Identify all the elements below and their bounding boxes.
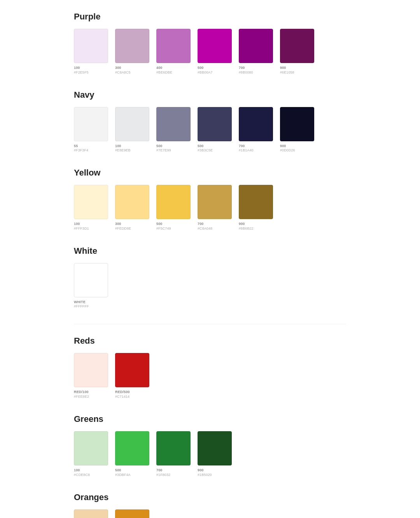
color-swatch xyxy=(239,185,273,219)
color-hex: #BB00A7 xyxy=(198,70,213,74)
color-item: 100#FFF3D1 xyxy=(74,185,108,230)
color-row-navy: 55#F3F3F4100#E8E9EB500#7E7E99500#3B3C5E7… xyxy=(74,107,346,153)
color-hex: #F5C749 xyxy=(156,227,171,230)
color-hex: #1F8032 xyxy=(156,473,170,477)
color-section-oranges: OrangesORANGE/100#F2D4A8ORANGE/500#D98E1… xyxy=(74,492,346,518)
color-swatch xyxy=(198,431,232,465)
color-item: 400#BE6DBE xyxy=(156,29,191,74)
color-swatch xyxy=(198,29,232,63)
color-label: 100 xyxy=(115,144,121,149)
color-swatch xyxy=(156,107,191,141)
color-item: 500#F5C749 xyxy=(156,185,191,230)
color-item: 900#0D0D26 xyxy=(280,107,314,153)
color-hex: #3B3C5E xyxy=(198,148,213,152)
section-title-reds: Reds xyxy=(74,336,346,346)
page-wrapper: Purple100#F2E5F5300#C8A8C5400#BE6DBE500#… xyxy=(74,12,346,518)
color-swatch xyxy=(156,185,191,219)
color-item: 500#3DBF4A xyxy=(115,431,149,477)
color-label: RED/100 xyxy=(74,390,89,395)
color-hex: #C8A8C5 xyxy=(115,70,131,74)
color-label: 300 xyxy=(115,65,121,70)
color-swatch xyxy=(74,107,108,141)
color-item: 700#1F8032 xyxy=(156,431,191,477)
section-title-oranges: Oranges xyxy=(74,492,346,502)
color-swatch xyxy=(74,353,108,387)
color-label: 700 xyxy=(198,221,204,227)
color-section-greens: Greens100#CDE8C8500#3DBF4A700#1F8032900#… xyxy=(74,414,346,477)
section-title-greens: Greens xyxy=(74,414,346,424)
color-swatch xyxy=(115,353,149,387)
color-label: 700 xyxy=(239,65,245,70)
color-hex: #FFF3D1 xyxy=(74,227,89,230)
color-item: 700#8B0080 xyxy=(239,29,273,74)
color-item: 900#6E1058 xyxy=(280,29,314,74)
color-swatch xyxy=(74,509,108,518)
color-swatch xyxy=(198,185,232,219)
color-swatch xyxy=(74,29,108,63)
color-item: 700#C8A048 xyxy=(198,185,232,230)
color-row-purple: 100#F2E5F5300#C8A8C5400#BE6DBE500#BB00A7… xyxy=(74,29,346,74)
color-label: 900 xyxy=(280,65,286,70)
color-hex: #C8A048 xyxy=(198,227,212,230)
section-title-navy: Navy xyxy=(74,90,346,100)
color-item: RED/500#C71414 xyxy=(115,353,149,399)
section-divider xyxy=(74,324,346,324)
color-item: 300#FEDD8E xyxy=(115,185,149,230)
color-swatch xyxy=(156,431,191,465)
color-hex: #FFFFFF xyxy=(74,304,89,308)
color-hex: #FEDD8E xyxy=(115,227,131,230)
color-hex: #CDE8C8 xyxy=(74,473,90,477)
color-swatch xyxy=(115,509,149,518)
color-swatch xyxy=(280,107,314,141)
color-row-reds: RED/100#FEE8E2RED/500#C71414 xyxy=(74,353,346,399)
color-label: 100 xyxy=(74,221,80,227)
color-row-yellow: 100#FFF3D1300#FEDD8E500#F5C749700#C8A048… xyxy=(74,185,346,230)
color-item: 500#BB00A7 xyxy=(198,29,232,74)
color-label: 900 xyxy=(280,144,286,149)
color-label: 300 xyxy=(115,221,121,227)
color-hex: #1B5020 xyxy=(198,473,212,477)
color-swatch xyxy=(239,29,273,63)
color-item: 500#3B3C5E xyxy=(198,107,232,153)
color-hex: #E8E9EB xyxy=(115,148,131,152)
color-hex: #7E7E99 xyxy=(156,148,171,152)
color-label: RED/500 xyxy=(115,390,130,395)
color-label: 500 xyxy=(115,468,121,473)
color-item: 700#1B1A40 xyxy=(239,107,273,153)
color-hex: #0D0D26 xyxy=(280,148,295,152)
color-item: 55#F3F3F4 xyxy=(74,107,108,153)
color-hex: #FEE8E2 xyxy=(74,395,89,399)
color-label: 700 xyxy=(239,144,245,149)
color-swatch xyxy=(239,107,273,141)
section-title-white: White xyxy=(74,246,346,256)
color-hex: #BE6DBE xyxy=(156,70,172,74)
color-swatch xyxy=(74,263,108,297)
color-item: 900#1B5020 xyxy=(198,431,232,477)
color-hex: #1B1A40 xyxy=(239,148,254,152)
color-label: 55 xyxy=(74,144,78,149)
color-label: 700 xyxy=(156,468,163,473)
color-label: 400 xyxy=(156,65,163,70)
color-section-reds: RedsRED/100#FEE8E2RED/500#C71414 xyxy=(74,336,346,399)
section-title-yellow: Yellow xyxy=(74,168,346,178)
color-swatch xyxy=(280,29,314,63)
color-row-oranges: ORANGE/100#F2D4A8ORANGE/500#D98E1A xyxy=(74,509,346,518)
color-hex: #8B6B22 xyxy=(239,227,254,230)
color-hex: #C71414 xyxy=(115,395,130,399)
color-section-yellow: Yellow100#FFF3D1300#FEDD8E500#F5C749700#… xyxy=(74,168,346,230)
color-item: ORANGE/100#F2D4A8 xyxy=(74,509,108,518)
section-title-purple: Purple xyxy=(74,12,346,22)
color-label: 500 xyxy=(156,221,163,227)
color-hex: #F2E5F5 xyxy=(74,70,89,74)
color-hex: #6E1058 xyxy=(280,70,294,74)
color-swatch xyxy=(115,107,149,141)
color-swatch xyxy=(198,107,232,141)
color-label: 500 xyxy=(198,65,204,70)
color-item: 100#CDE8C8 xyxy=(74,431,108,477)
color-swatch xyxy=(74,185,108,219)
color-item: 300#C8A8C5 xyxy=(115,29,149,74)
color-label: 100 xyxy=(74,65,80,70)
color-section-white: WhiteWHITE#FFFFFF xyxy=(74,246,346,309)
color-item: 100#F2E5F5 xyxy=(74,29,108,74)
bottom-sections: RedsRED/100#FEE8E2RED/500#C71414Greens10… xyxy=(74,336,346,518)
